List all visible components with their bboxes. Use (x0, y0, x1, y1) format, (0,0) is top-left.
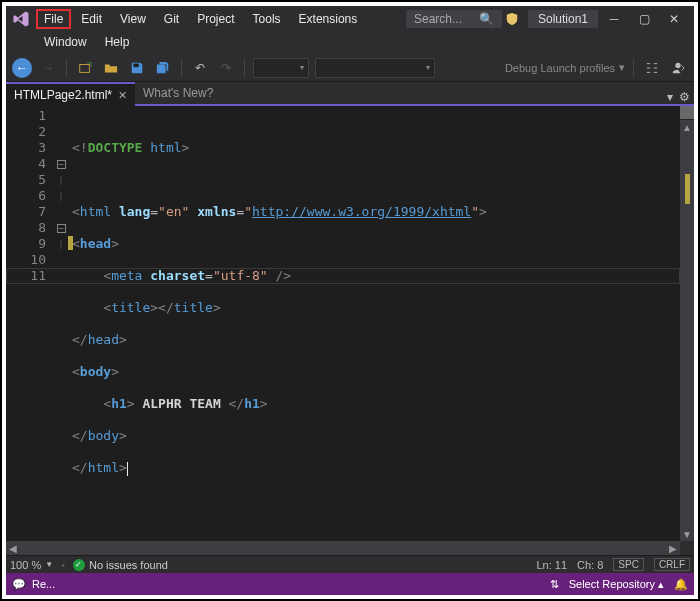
code-editor[interactable]: 1234567891011 −¦¦ −¦ <!DOCTYPE html> <ht… (6, 106, 694, 541)
output-status-icon[interactable]: 💬 (12, 578, 26, 591)
admin-shield-icon (504, 11, 520, 27)
tab-active-label: HTMLPage2.html* (14, 88, 112, 102)
hscroll-right-icon[interactable]: ▶ (666, 541, 680, 555)
svg-rect-0 (80, 64, 90, 72)
nav-fwd-button[interactable]: → (38, 58, 58, 78)
menu-git[interactable]: Git (156, 9, 187, 29)
caret-col[interactable]: Ch: 8 (577, 559, 603, 571)
ok-check-icon: ✓ (73, 559, 85, 571)
minimize-button[interactable]: ─ (600, 9, 628, 29)
tab-row: HTMLPage2.html* ✕ What's New? ▾ ⚙ (6, 82, 694, 106)
save-icon[interactable] (127, 58, 147, 78)
scroll-down-icon[interactable]: ▼ (680, 527, 694, 541)
hscroll-left-icon[interactable]: ◀ (6, 541, 20, 555)
search-input[interactable]: Search...🔍 (406, 10, 502, 28)
zoom-combo[interactable]: 100 %▼ (10, 559, 53, 571)
notifications-icon[interactable]: 🔔 (674, 578, 688, 591)
fold-gutter[interactable]: −¦¦ −¦ (54, 106, 68, 541)
line-gutter: 1234567891011 (6, 106, 54, 541)
menu-tools[interactable]: Tools (245, 9, 289, 29)
live-share-icon[interactable] (668, 58, 688, 78)
menu-extensions[interactable]: Extensions (291, 9, 366, 29)
open-icon[interactable] (101, 58, 121, 78)
menu-bar: File Edit View Git Project Tools Extensi… (6, 6, 694, 32)
change-indicator-icon (685, 174, 690, 204)
editor-status-row: 100 %▼ • ✓No issues found Ln: 11 Ch: 8 S… (6, 555, 694, 573)
tab-whatsnew[interactable]: What's New? (135, 82, 221, 104)
tab-whatsnew-label: What's New? (143, 86, 213, 100)
svg-rect-1 (134, 63, 139, 67)
redo-icon[interactable]: ↷ (216, 58, 236, 78)
toolbar-icon-a[interactable] (642, 58, 662, 78)
bracket-marker-icon (68, 236, 73, 250)
menu-window[interactable]: Window (36, 32, 95, 52)
issues-indicator[interactable]: ✓No issues found (73, 559, 168, 571)
new-project-icon[interactable] (75, 58, 95, 78)
maximize-button[interactable]: ▢ (630, 9, 658, 29)
tab-close-icon[interactable]: ✕ (118, 89, 127, 102)
platform-combo[interactable]: ▾ (315, 58, 435, 78)
menu-project[interactable]: Project (189, 9, 242, 29)
status-left[interactable]: Re... (32, 578, 55, 590)
menu-bar-2: Window Help (6, 32, 694, 54)
close-button[interactable]: ✕ (660, 9, 688, 29)
menu-file[interactable]: File (36, 9, 71, 29)
nav-back-button[interactable]: ← (12, 58, 32, 78)
save-all-icon[interactable] (153, 58, 173, 78)
scroll-up-icon[interactable]: ▲ (680, 120, 694, 134)
undo-icon[interactable]: ↶ (190, 58, 210, 78)
menu-view[interactable]: View (112, 9, 154, 29)
debug-launch-button[interactable]: Debug Launch profiles ▾ (505, 61, 625, 74)
code-area[interactable]: <!DOCTYPE html> <html lang="en" xmlns="h… (68, 106, 680, 541)
split-handle-icon[interactable] (680, 106, 694, 120)
vs-logo-icon (12, 10, 30, 28)
caret-line[interactable]: Ln: 11 (536, 559, 567, 571)
horizontal-scrollbar[interactable]: ◀ ▶ (6, 541, 694, 555)
menu-edit[interactable]: Edit (73, 9, 110, 29)
tab-dropdown-icon[interactable]: ▾ (667, 90, 673, 104)
settings-gear-icon[interactable]: ⚙ (679, 90, 690, 104)
config-combo[interactable]: ▾ (253, 58, 309, 78)
text-cursor (127, 462, 128, 476)
indent-mode[interactable]: SPC (613, 558, 644, 571)
status-bar: 💬 Re... ⇅ Select Repository ▴ 🔔 (6, 573, 694, 595)
toolbar: ← → ↶ ↷ ▾ ▾ Debug Launch profiles ▾ (6, 54, 694, 82)
source-control-icon[interactable]: ⇅ (550, 578, 559, 591)
line-ending[interactable]: CRLF (654, 558, 690, 571)
tab-active[interactable]: HTMLPage2.html* ✕ (6, 82, 135, 106)
select-repository[interactable]: Select Repository ▴ (569, 578, 664, 591)
solution-name[interactable]: Solution1 (528, 10, 598, 28)
vertical-scrollbar[interactable]: ▲ ▼ (680, 106, 694, 541)
menu-help[interactable]: Help (97, 32, 138, 52)
